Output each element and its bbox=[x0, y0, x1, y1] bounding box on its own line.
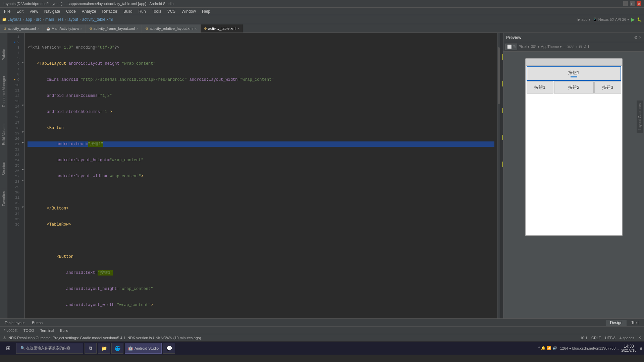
device-dropdown[interactable]: Pixel ▾ bbox=[519, 45, 530, 49]
wechat-button[interactable]: 💬 bbox=[163, 343, 175, 354]
device-selector[interactable]: 📱 Nexus 5X API 26 ▾ bbox=[593, 17, 629, 22]
refresh-icon[interactable]: ↺ bbox=[583, 45, 586, 49]
button-row-full: 按钮1 bbox=[527, 66, 621, 81]
build-variants-tab[interactable]: Build Variants bbox=[1, 120, 7, 148]
run-button[interactable]: ▶ bbox=[631, 17, 635, 22]
breadcrumb-src[interactable]: src bbox=[36, 17, 41, 22]
tab-tablayout[interactable]: TableLayout bbox=[1, 320, 28, 325]
code-line-1: <?xml version="1.0" encoding="utf-8"?> bbox=[28, 45, 494, 50]
search-icon: 🔍 bbox=[20, 346, 25, 350]
explorer-button[interactable]: 📁 bbox=[98, 343, 110, 354]
layout-captures-tab[interactable]: Layout Captures bbox=[637, 101, 644, 134]
zoom-out[interactable]: − bbox=[563, 45, 565, 49]
indent: 4 spaces bbox=[620, 336, 634, 340]
table-layout-preview: 按钮1 按钮1 按钮2 按钮3 bbox=[526, 66, 622, 94]
breadcrumb-main[interactable]: main bbox=[45, 17, 54, 22]
close-button[interactable]: ✕ bbox=[637, 1, 641, 6]
search-button[interactable]: 🔍 在这里输入你要搜索的内容 bbox=[16, 343, 83, 354]
module-selector[interactable]: ▶ app ▾ bbox=[578, 17, 590, 22]
lower-tab-build[interactable]: Build bbox=[57, 328, 71, 333]
code-line-5: android:stretchColumns="1"> bbox=[28, 109, 494, 115]
palette-tab[interactable]: Palette bbox=[1, 46, 7, 63]
maximize-button[interactable]: □ bbox=[630, 1, 635, 6]
tab-mainactivity[interactable]: ☕ MainActivity.java × bbox=[43, 24, 86, 33]
tabs-bar: ⚙ activity_main.xml × ☕ MainActivity.jav… bbox=[0, 24, 644, 33]
menu-help[interactable]: Help bbox=[199, 8, 213, 14]
line-ending: CRLF bbox=[591, 336, 601, 340]
preview-button-1-col[interactable]: 按钮1 bbox=[527, 81, 553, 94]
notification-icon[interactable]: 🖥 bbox=[639, 346, 643, 350]
menu-window[interactable]: Window bbox=[179, 8, 199, 14]
menu-navigate[interactable]: Navigate bbox=[42, 8, 63, 14]
code-line-7: android:text="按钮1" bbox=[28, 141, 494, 147]
preview-title: Preview bbox=[506, 35, 521, 40]
menu-analyze[interactable]: Analyze bbox=[79, 8, 99, 14]
edge-button[interactable]: 🌐 bbox=[111, 343, 123, 354]
tab-close-mainactivity[interactable]: × bbox=[80, 27, 82, 31]
design-icon: ⬜ bbox=[507, 45, 512, 49]
preview-button-2-col[interactable]: 按钮2 bbox=[554, 81, 594, 94]
studio-taskbar-button[interactable]: 🤖 Android Studio bbox=[125, 343, 162, 354]
git-icon[interactable]: ✕ bbox=[638, 336, 641, 340]
code-line-4: android:shrinkColumns="1,2" bbox=[28, 93, 494, 99]
minimize-button[interactable]: ─ bbox=[623, 1, 628, 6]
zoom-in[interactable]: + bbox=[576, 45, 578, 49]
menu-build[interactable]: Build bbox=[121, 8, 135, 14]
preview-settings-icon[interactable]: ⚙ bbox=[634, 35, 638, 40]
menu-edit[interactable]: Edit bbox=[14, 8, 26, 14]
breadcrumb-file[interactable]: activity_table.xml bbox=[82, 17, 113, 22]
zoom-fit[interactable]: ⊡ bbox=[579, 45, 582, 49]
preview-button-3-col[interactable]: 按钮3 bbox=[594, 81, 621, 94]
tab-close-frame-layout[interactable]: × bbox=[136, 27, 138, 31]
lower-tab-todo[interactable]: TODO bbox=[21, 328, 37, 333]
tab-close-activity-main[interactable]: × bbox=[37, 27, 39, 31]
menu-view[interactable]: View bbox=[27, 8, 41, 14]
menu-vcs[interactable]: VCS bbox=[165, 8, 178, 14]
clock: 14:33 2021/2/16 bbox=[622, 344, 637, 352]
breadcrumb-app[interactable]: app bbox=[25, 17, 32, 22]
preview-button-1-full[interactable]: 按钮1 bbox=[527, 66, 621, 81]
tray-icons: ^ 🔔 📶 🔊 bbox=[538, 346, 557, 350]
preview-header-buttons: ⚙ × bbox=[634, 35, 641, 40]
status-left: ⚠ NDK Resolution Outcome: Project settin… bbox=[3, 336, 201, 340]
breadcrumb-layout[interactable]: layout bbox=[67, 17, 78, 22]
theme-dropdown[interactable]: AppTheme ▾ bbox=[541, 45, 562, 49]
menu-run[interactable]: Run bbox=[136, 8, 149, 14]
lower-tab-terminal[interactable]: Terminal bbox=[38, 328, 57, 333]
tab-close-table-xml[interactable]: × bbox=[237, 27, 239, 31]
menu-refactor[interactable]: Refactor bbox=[100, 8, 120, 14]
status-message: NDK Resolution Outcome: Project settings… bbox=[8, 336, 201, 340]
menu-file[interactable]: File bbox=[1, 8, 13, 14]
code-line-2: <TableLayout android:layout_height="wrap… bbox=[28, 61, 494, 66]
tab-table-xml[interactable]: ⚙ activity_table.xml × bbox=[201, 24, 244, 33]
info-icon[interactable]: ℹ bbox=[588, 45, 589, 49]
favorites-tab[interactable]: Favorites bbox=[1, 188, 7, 209]
window-controls: ─ □ ✕ bbox=[623, 1, 641, 6]
design-view-button[interactable]: ⬜ ⊞ bbox=[505, 44, 517, 50]
structure-tab[interactable]: Structure bbox=[1, 158, 7, 178]
menu-code[interactable]: Code bbox=[63, 8, 78, 14]
fold-gutter: ▾ ▾ ▾ ▾ ▾ ▾ ▾ bbox=[21, 33, 25, 318]
tab-activity-main[interactable]: ⚙ activity_main.xml × bbox=[0, 24, 43, 33]
tab-button[interactable]: Button bbox=[29, 320, 46, 325]
breadcrumb-layouts[interactable]: 📁 Layouts bbox=[2, 17, 21, 22]
code-scrollbar[interactable] bbox=[497, 33, 500, 318]
code-content[interactable]: <?xml version="1.0" encoding="utf-8"?> <… bbox=[25, 33, 497, 318]
cursor-position: 10:1 bbox=[580, 336, 587, 340]
tab-design[interactable]: Design bbox=[606, 320, 627, 326]
scrollbar-thumb[interactable] bbox=[498, 47, 500, 104]
breadcrumb-res[interactable]: res bbox=[58, 17, 64, 22]
lower-tab-logcat[interactable]: ⁶ Logcat bbox=[1, 327, 20, 333]
tab-frame-layout[interactable]: ⚙ activity_frame_layout.xml × bbox=[86, 24, 142, 33]
start-button[interactable]: ⊞ bbox=[1, 342, 15, 354]
preview-close-icon[interactable]: × bbox=[639, 35, 641, 40]
tab-text[interactable]: Text bbox=[627, 320, 643, 326]
taskview-button[interactable]: ⧉ bbox=[85, 343, 97, 354]
tab-close-relative-layout[interactable]: × bbox=[195, 27, 197, 31]
tray-blog[interactable]: 1264 ♦ blog.csdn.net/on11987763... bbox=[560, 346, 619, 350]
tab-relative-layout[interactable]: ⚙ activity_relative_layout.xml × bbox=[142, 24, 201, 33]
resource-manager-tab[interactable]: Resource Manager bbox=[1, 73, 7, 110]
debug-button[interactable]: 🐛 bbox=[637, 17, 642, 22]
api-dropdown[interactable]: 30° ▾ bbox=[531, 45, 540, 49]
menu-tools[interactable]: Tools bbox=[149, 8, 164, 14]
